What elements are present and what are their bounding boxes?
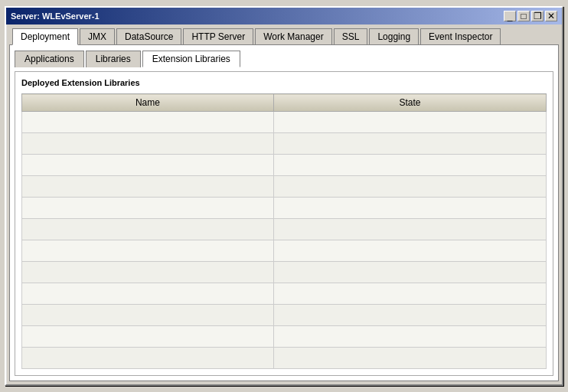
tab-event-inspector[interactable]: Event Inspector [420, 28, 501, 45]
table-body [22, 112, 547, 369]
cell-name [22, 326, 274, 348]
cell-state [273, 198, 546, 219]
table-row [22, 133, 547, 155]
cell-state [273, 348, 546, 369]
table-row [22, 262, 547, 283]
table-row [22, 155, 547, 176]
sub-tabs: Applications Libraries Extension Librari… [15, 50, 553, 67]
cell-state [273, 133, 546, 155]
cell-name [22, 155, 274, 176]
cell-name [22, 176, 274, 198]
table-row [22, 219, 547, 240]
window-title: Server: WLEvServer-1 [11, 11, 100, 21]
table-header-row: Name State [22, 94, 547, 112]
tab-http-server[interactable]: HTTP Server [183, 28, 253, 45]
extension-libraries-table: Name State [21, 93, 547, 369]
cell-name [22, 348, 274, 369]
tab-deployment[interactable]: Deployment [12, 28, 78, 45]
column-header-state: State [273, 94, 546, 112]
window-controls: _ □ ❐ ✕ [504, 11, 557, 21]
title-bar: Server: WLEvServer-1 _ □ ❐ ✕ [6, 8, 562, 24]
maximize-button[interactable]: □ [517, 11, 530, 21]
cell-state [273, 112, 546, 133]
sub-tab-libraries[interactable]: Libraries [86, 51, 141, 67]
cell-name [22, 262, 274, 283]
table-row [22, 348, 547, 369]
window-content: Deployment JMX DataSource HTTP Server Wo… [6, 24, 562, 384]
tab-content-deployment: Applications Libraries Extension Librari… [9, 44, 559, 381]
cell-name [22, 198, 274, 219]
table-row [22, 283, 547, 305]
tab-ssl[interactable]: SSL [334, 28, 368, 45]
column-header-name: Name [22, 94, 274, 112]
cell-state [273, 305, 546, 326]
cell-state [273, 219, 546, 240]
cell-state [273, 155, 546, 176]
tab-datasource[interactable]: DataSource [116, 28, 181, 45]
table-row [22, 240, 547, 262]
cell-name [22, 112, 274, 133]
tab-jmx[interactable]: JMX [80, 28, 115, 45]
sub-tab-extension-libraries[interactable]: Extension Libraries [142, 51, 240, 67]
table-row [22, 326, 547, 348]
cell-state [273, 240, 546, 262]
sub-tab-applications[interactable]: Applications [15, 51, 84, 67]
sub-tab-content-extension-libraries: Deployed Extension Libraries Name State [15, 71, 553, 376]
cell-state [273, 283, 546, 305]
main-window: Server: WLEvServer-1 _ □ ❐ ✕ Deployment … [5, 6, 563, 386]
table-row [22, 198, 547, 219]
cell-state [273, 176, 546, 198]
cell-state [273, 326, 546, 348]
section-title: Deployed Extension Libraries [21, 78, 547, 87]
tab-work-manager[interactable]: Work Manager [255, 28, 331, 45]
tab-logging[interactable]: Logging [369, 28, 419, 45]
minimize-button[interactable]: _ [504, 11, 516, 21]
cell-name [22, 305, 274, 326]
cell-name [22, 240, 274, 262]
cell-state [273, 262, 546, 283]
close-button[interactable]: ✕ [545, 11, 557, 21]
cell-name [22, 283, 274, 305]
cell-name [22, 219, 274, 240]
restore-button[interactable]: ❐ [531, 11, 544, 21]
main-tabs: Deployment JMX DataSource HTTP Server Wo… [9, 28, 559, 44]
table-row [22, 112, 547, 133]
cell-name [22, 133, 274, 155]
table-row [22, 176, 547, 198]
table-row [22, 305, 547, 326]
